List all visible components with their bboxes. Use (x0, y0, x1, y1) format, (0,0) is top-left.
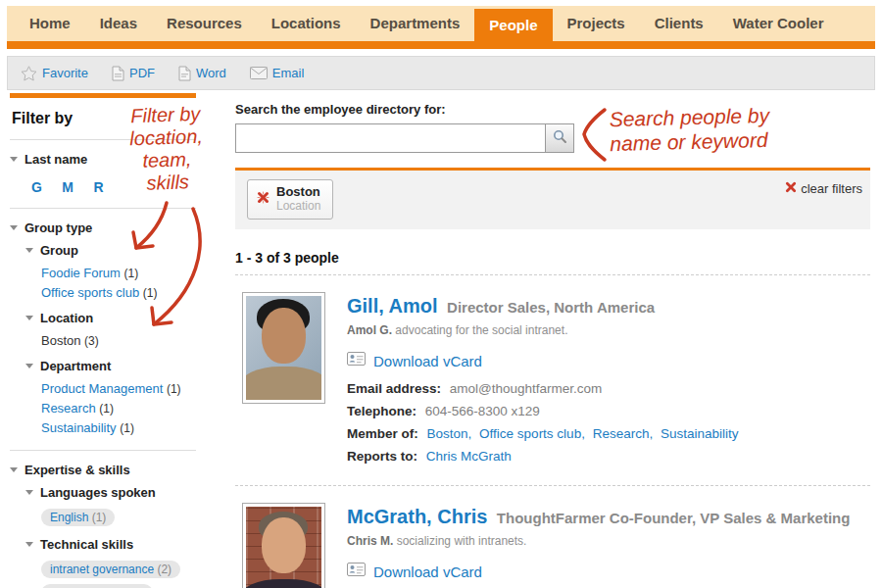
section-header-technical-skills[interactable]: Technical skills (25, 537, 196, 552)
person-title: Director Sales, North America (447, 299, 655, 316)
section-label: Group type (24, 220, 92, 235)
separator: , (649, 426, 653, 441)
filter-link-office-sports-club[interactable]: Office sports club (41, 285, 139, 300)
member-link-boston[interactable]: Boston (427, 426, 468, 441)
section-last-name: Last name G M R (10, 152, 196, 196)
divider (10, 139, 196, 140)
filter-link-row: Research (1) (41, 399, 196, 418)
red-x-icon (785, 181, 797, 196)
member-of-row: Member of: Boston, Office sports club, R… (347, 425, 870, 443)
section-header-location[interactable]: Location (25, 311, 196, 325)
nav-tab-home[interactable]: Home (15, 6, 85, 41)
email-label: Email address: (347, 381, 441, 396)
letter-filter-g[interactable]: G (31, 179, 42, 195)
member-link-office-sports-club[interactable]: Office sports club (479, 426, 581, 441)
search-row (235, 123, 870, 153)
filter-link-product-management[interactable]: Product Management (41, 381, 163, 396)
profile-photo[interactable] (242, 292, 325, 404)
profile-photo[interactable] (242, 503, 325, 588)
vcard-icon (347, 352, 366, 369)
photo-image (246, 296, 321, 400)
nav-tab-water-cooler[interactable]: Water Cooler (718, 6, 839, 41)
word-document-icon (178, 66, 191, 81)
email-button[interactable]: Email (250, 66, 305, 80)
filter-link-foodie-forum[interactable]: Foodie Forum (41, 266, 121, 280)
location-links: Boston (3) (41, 331, 196, 351)
photo-detail (262, 308, 306, 364)
nav-tab-locations[interactable]: Locations (257, 6, 356, 41)
technical-skill-tags: intranet governance (2) graphic design (… (41, 558, 196, 588)
nav-tabs: Home Ideas Resources Locations Departmen… (15, 6, 839, 49)
search-input[interactable] (235, 123, 546, 153)
star-icon (21, 66, 37, 81)
download-vcard-link[interactable]: Download vCard (373, 564, 482, 580)
filter-link-row: Foodie Forum (1) (41, 264, 196, 283)
section-header-department[interactable]: Department (25, 359, 196, 373)
favorite-label: Favorite (42, 66, 88, 80)
letter-filter-r[interactable]: R (93, 179, 103, 195)
section-header-last-name[interactable]: Last name (10, 152, 196, 167)
nav-tab-projects[interactable]: Projects (553, 6, 640, 41)
vcard-icon (347, 563, 366, 580)
tag-english[interactable]: English (1) (41, 509, 115, 526)
person-status: Chris M. socializing with intranets. (347, 534, 870, 548)
phone-label: Telephone: (347, 404, 416, 418)
person-row-gill-amol: Gill, Amol Director Sales, North America… (235, 275, 870, 486)
filter-count: (1) (167, 382, 181, 396)
nav-tab-people[interactable]: People (474, 9, 552, 49)
section-header-group[interactable]: Group (25, 243, 196, 258)
tag-link[interactable]: English (50, 511, 88, 524)
nav-tab-clients[interactable]: Clients (640, 6, 718, 41)
name-line: Gill, Amol Director Sales, North America (347, 294, 870, 319)
person-name-link[interactable]: Gill, Amol (347, 295, 438, 317)
word-button[interactable]: Word (178, 66, 226, 81)
section-label: Department (40, 359, 111, 373)
tag-graphic-design[interactable]: graphic design (1) (41, 584, 153, 588)
reports-to-label: Reports to: (347, 449, 417, 464)
favorite-button[interactable]: Favorite (21, 66, 88, 81)
person-status: Amol G. advocating for the social intran… (347, 323, 870, 337)
nav-tab-departments[interactable]: Departments (356, 6, 475, 41)
chip-filter-type: Location (276, 199, 320, 214)
divider (10, 450, 196, 451)
status-author: Chris M. (347, 534, 393, 548)
separator: , (468, 426, 472, 441)
section-expertise: Expertise & skills Languages spoken Engl… (10, 463, 196, 588)
person-name-link[interactable]: McGrath, Chris (347, 506, 487, 527)
section-header-languages[interactable]: Languages spoken (25, 485, 196, 500)
filter-count: (1) (143, 286, 158, 300)
filter-link-research[interactable]: Research (41, 401, 96, 416)
status-text: advocating for the social intranet. (395, 323, 567, 337)
member-link-research[interactable]: Research (593, 426, 650, 441)
language-tags: English (1) (41, 506, 196, 529)
tag-count: (2) (157, 563, 172, 576)
member-of-label: Member of: (347, 426, 418, 441)
tag-link[interactable]: intranet governance (50, 563, 154, 576)
filter-count: (3) (84, 334, 99, 348)
triangle-down-icon (25, 248, 33, 253)
red-x-icon[interactable] (257, 190, 270, 208)
triangle-down-icon (10, 157, 18, 162)
nav-tab-ideas[interactable]: Ideas (85, 6, 152, 41)
pdf-button[interactable]: PDF (112, 66, 155, 81)
member-link-sustainability[interactable]: Sustainability (661, 426, 739, 441)
letter-filter-m[interactable]: M (62, 179, 74, 195)
reports-to-link[interactable]: Chris McGrath (426, 449, 512, 464)
nav-tab-resources[interactable]: Resources (152, 6, 257, 41)
search-label: Search the employee directory for: (235, 102, 870, 117)
section-header-group-type[interactable]: Group type (10, 220, 196, 235)
tag-intranet-governance[interactable]: intranet governance (2) (41, 561, 180, 578)
divider (10, 208, 196, 209)
section-header-expertise[interactable]: Expertise & skills (10, 463, 196, 477)
filter-chip-boston[interactable]: Boston Location (247, 179, 333, 220)
search-button[interactable] (546, 123, 574, 153)
triangle-down-icon (25, 542, 33, 547)
triangle-down-icon (25, 490, 33, 495)
triangle-down-icon (25, 316, 33, 320)
download-vcard-link[interactable]: Download vCard (373, 353, 482, 369)
clear-filters-button[interactable]: clear filters (785, 181, 862, 196)
phone-value: 604-566-8300 x129 (425, 404, 540, 418)
vcard-row: Download vCard (347, 563, 870, 580)
filter-link-sustainability[interactable]: Sustainability (41, 420, 117, 435)
photo-detail (246, 579, 321, 588)
